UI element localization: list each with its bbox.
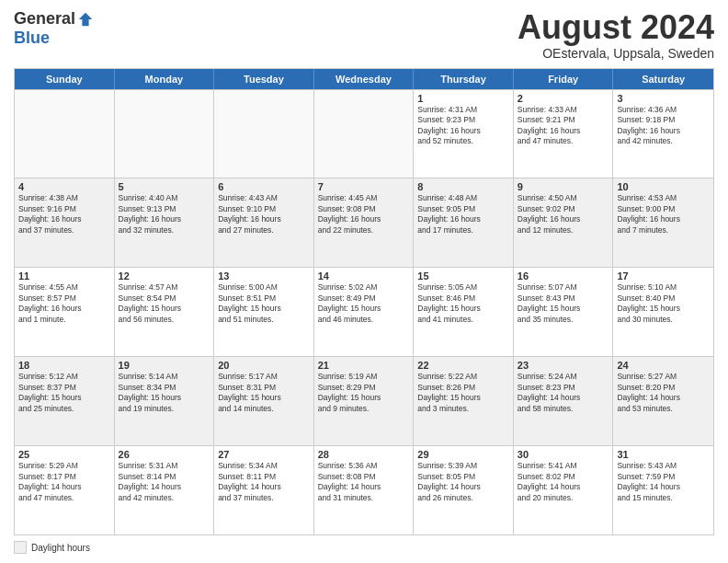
calendar-cell: 2Sunrise: 4:33 AM Sunset: 9:21 PM Daylig… — [514, 90, 614, 178]
calendar-cell: 26Sunrise: 5:31 AM Sunset: 8:14 PM Dayli… — [115, 446, 215, 534]
calendar-cell: 17Sunrise: 5:10 AM Sunset: 8:40 PM Dayli… — [613, 268, 713, 356]
calendar-cell: 4Sunrise: 4:38 AM Sunset: 9:16 PM Daylig… — [15, 178, 115, 267]
page: General Blue August 2024 OEstervala, Upp… — [0, 0, 728, 563]
calendar-row: 11Sunrise: 4:55 AM Sunset: 8:57 PM Dayli… — [15, 267, 713, 356]
calendar-cell: 13Sunrise: 5:00 AM Sunset: 8:51 PM Dayli… — [214, 268, 314, 356]
calendar-cell: 23Sunrise: 5:24 AM Sunset: 8:23 PM Dayli… — [514, 357, 614, 445]
day-number: 30 — [518, 449, 609, 460]
day-number: 12 — [119, 270, 210, 282]
day-number: 1 — [417, 93, 509, 104]
calendar-cell: 30Sunrise: 5:41 AM Sunset: 8:02 PM Dayli… — [514, 446, 614, 534]
day-info: Sunrise: 5:17 AM Sunset: 8:31 PM Dayligh… — [218, 372, 310, 414]
day-info: Sunrise: 5:19 AM Sunset: 8:29 PM Dayligh… — [318, 372, 410, 414]
day-number: 20 — [218, 360, 310, 371]
day-info: Sunrise: 4:45 AM Sunset: 9:08 PM Dayligh… — [318, 193, 410, 236]
calendar-cell — [314, 90, 415, 178]
day-info: Sunrise: 4:57 AM Sunset: 8:54 PM Dayligh… — [119, 282, 210, 325]
day-number: 17 — [617, 270, 710, 282]
day-number: 18 — [18, 360, 110, 371]
header: General Blue August 2024 OEstervala, Upp… — [14, 9, 714, 61]
day-info: Sunrise: 5:07 AM Sunset: 8:43 PM Dayligh… — [518, 282, 609, 325]
calendar-row: 18Sunrise: 5:12 AM Sunset: 8:37 PM Dayli… — [15, 356, 713, 445]
calendar-cell: 16Sunrise: 5:07 AM Sunset: 8:43 PM Dayli… — [514, 268, 614, 356]
day-info: Sunrise: 4:50 AM Sunset: 9:02 PM Dayligh… — [518, 193, 609, 236]
month-title: August 2024 — [518, 9, 714, 46]
calendar-cell — [15, 90, 115, 178]
day-number: 10 — [617, 181, 710, 192]
day-number: 6 — [218, 181, 310, 192]
day-info: Sunrise: 4:38 AM Sunset: 9:16 PM Dayligh… — [18, 193, 110, 236]
location: OEstervala, Uppsala, Sweden — [518, 46, 714, 61]
calendar-cell: 10Sunrise: 4:53 AM Sunset: 9:00 PM Dayli… — [613, 178, 713, 267]
day-number: 23 — [518, 360, 609, 371]
day-info: Sunrise: 4:55 AM Sunset: 8:57 PM Dayligh… — [18, 282, 110, 325]
calendar-cell: 28Sunrise: 5:36 AM Sunset: 8:08 PM Dayli… — [314, 446, 415, 534]
day-number: 15 — [417, 270, 509, 282]
day-number: 29 — [417, 449, 509, 460]
day-number: 31 — [617, 449, 710, 460]
calendar-cell: 29Sunrise: 5:39 AM Sunset: 8:05 PM Dayli… — [414, 446, 514, 534]
calendar-cell: 27Sunrise: 5:34 AM Sunset: 8:11 PM Dayli… — [214, 446, 314, 534]
day-info: Sunrise: 4:40 AM Sunset: 9:13 PM Dayligh… — [119, 193, 210, 236]
day-info: Sunrise: 5:12 AM Sunset: 8:37 PM Dayligh… — [18, 372, 110, 414]
day-number: 16 — [518, 270, 609, 282]
day-number: 26 — [119, 449, 210, 460]
day-number: 19 — [119, 360, 210, 371]
calendar-body: 1Sunrise: 4:31 AM Sunset: 9:23 PM Daylig… — [15, 89, 713, 534]
day-header-sunday: Sunday — [15, 69, 115, 89]
day-number: 24 — [617, 360, 710, 371]
calendar-cell: 14Sunrise: 5:02 AM Sunset: 8:49 PM Dayli… — [314, 268, 415, 356]
calendar-cell: 15Sunrise: 5:05 AM Sunset: 8:46 PM Dayli… — [414, 268, 514, 356]
day-info: Sunrise: 5:05 AM Sunset: 8:46 PM Dayligh… — [417, 282, 509, 325]
day-info: Sunrise: 5:31 AM Sunset: 8:14 PM Dayligh… — [119, 461, 210, 503]
day-number: 5 — [119, 181, 210, 192]
day-info: Sunrise: 5:24 AM Sunset: 8:23 PM Dayligh… — [518, 372, 609, 414]
day-number: 11 — [18, 270, 110, 282]
logo-general: General — [14, 9, 75, 29]
svg-marker-0 — [79, 12, 92, 25]
day-info: Sunrise: 4:53 AM Sunset: 9:00 PM Dayligh… — [617, 193, 710, 236]
calendar-cell: 1Sunrise: 4:31 AM Sunset: 9:23 PM Daylig… — [414, 90, 514, 178]
day-number: 7 — [318, 181, 410, 192]
day-info: Sunrise: 4:33 AM Sunset: 9:21 PM Dayligh… — [518, 105, 609, 147]
day-number: 25 — [18, 449, 110, 460]
calendar-cell: 20Sunrise: 5:17 AM Sunset: 8:31 PM Dayli… — [214, 357, 314, 445]
calendar-cell: 5Sunrise: 4:40 AM Sunset: 9:13 PM Daylig… — [115, 178, 215, 267]
day-info: Sunrise: 5:27 AM Sunset: 8:20 PM Dayligh… — [617, 372, 710, 414]
day-info: Sunrise: 5:02 AM Sunset: 8:49 PM Dayligh… — [318, 282, 410, 325]
calendar-cell: 18Sunrise: 5:12 AM Sunset: 8:37 PM Dayli… — [15, 357, 115, 445]
day-info: Sunrise: 5:34 AM Sunset: 8:11 PM Dayligh… — [218, 461, 310, 503]
day-number: 22 — [417, 360, 509, 371]
day-header-saturday: Saturday — [613, 69, 713, 89]
day-number: 4 — [18, 181, 110, 192]
calendar-header: SundayMondayTuesdayWednesdayThursdayFrid… — [15, 69, 713, 89]
calendar-row: 4Sunrise: 4:38 AM Sunset: 9:16 PM Daylig… — [15, 178, 713, 267]
day-info: Sunrise: 5:41 AM Sunset: 8:02 PM Dayligh… — [518, 461, 609, 503]
day-info: Sunrise: 5:43 AM Sunset: 7:59 PM Dayligh… — [617, 461, 710, 503]
footer-label: Daylight hours — [31, 543, 90, 553]
day-header-thursday: Thursday — [414, 69, 514, 89]
day-number: 14 — [318, 270, 410, 282]
calendar-cell: 8Sunrise: 4:48 AM Sunset: 9:05 PM Daylig… — [414, 178, 514, 267]
calendar-cell: 11Sunrise: 4:55 AM Sunset: 8:57 PM Dayli… — [15, 268, 115, 356]
day-info: Sunrise: 5:14 AM Sunset: 8:34 PM Dayligh… — [119, 372, 210, 414]
calendar-row: 25Sunrise: 5:29 AM Sunset: 8:17 PM Dayli… — [15, 445, 713, 534]
title-area: August 2024 OEstervala, Uppsala, Sweden — [518, 9, 714, 61]
day-number: 21 — [318, 360, 410, 371]
calendar-row: 1Sunrise: 4:31 AM Sunset: 9:23 PM Daylig… — [15, 89, 713, 178]
logo-blue: Blue — [14, 29, 50, 48]
day-info: Sunrise: 4:43 AM Sunset: 9:10 PM Dayligh… — [218, 193, 310, 236]
day-info: Sunrise: 4:31 AM Sunset: 9:23 PM Dayligh… — [417, 105, 509, 147]
calendar-cell: 7Sunrise: 4:45 AM Sunset: 9:08 PM Daylig… — [314, 178, 415, 267]
day-info: Sunrise: 5:10 AM Sunset: 8:40 PM Dayligh… — [617, 282, 710, 325]
day-number: 2 — [518, 93, 609, 104]
day-number: 27 — [218, 449, 310, 460]
footer-box — [14, 541, 27, 554]
logo-text: General — [14, 9, 94, 29]
calendar-cell: 21Sunrise: 5:19 AM Sunset: 8:29 PM Dayli… — [314, 357, 415, 445]
day-header-wednesday: Wednesday — [314, 69, 415, 89]
day-header-tuesday: Tuesday — [214, 69, 314, 89]
day-info: Sunrise: 5:29 AM Sunset: 8:17 PM Dayligh… — [18, 461, 110, 503]
day-number: 9 — [518, 181, 609, 192]
logo-icon — [77, 11, 94, 28]
